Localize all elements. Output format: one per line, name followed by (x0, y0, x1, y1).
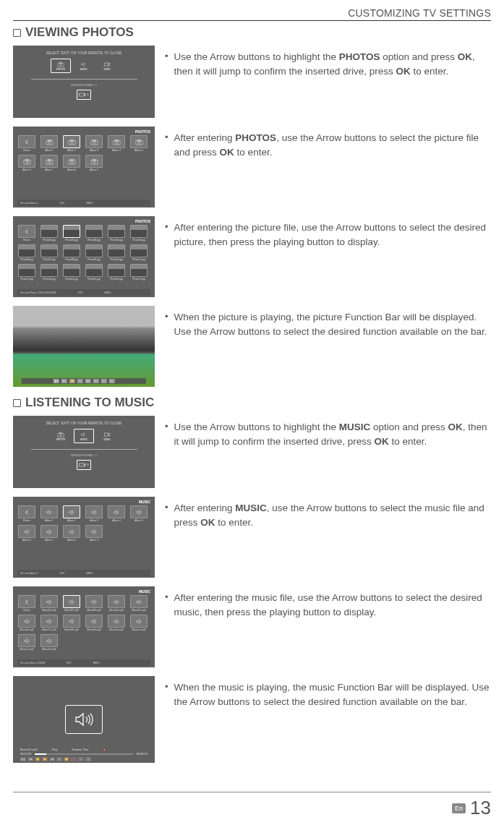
tab-video[interactable]: VIDEO (97, 59, 117, 73)
music-function-bar[interactable]: ❚❚⏮⏪⏩⏭■🔁🔇≡ⓘ (20, 757, 91, 761)
usb-drive-icon[interactable]: 1 (77, 460, 91, 470)
grid-item[interactable]: Photo07.jpg (40, 244, 59, 261)
grid-item[interactable]: Music13.mp3 (40, 634, 59, 651)
func-btn[interactable]: ■ (61, 379, 67, 383)
grid-item-label: Album 8 (67, 539, 76, 542)
grid-item[interactable]: Photo15.jpg (85, 264, 103, 281)
music-row-2: MUSIC ReturnAlbum 1Album 2Album 3Album 4… (13, 497, 491, 578)
func-btn[interactable]: 🔁 (69, 379, 75, 383)
grid-item[interactable]: Album 9 (85, 155, 103, 171)
grid-item-box (85, 595, 103, 608)
grid-item[interactable]: Album 7 (40, 525, 59, 542)
func-btn[interactable]: ⏪ (35, 757, 40, 761)
func-btn[interactable]: ≡ (78, 757, 84, 761)
grid-item[interactable]: Album 2 (62, 505, 81, 522)
func-btn[interactable]: ⏭ (49, 757, 55, 761)
grid-item[interactable]: Album 6 (17, 525, 36, 542)
grid-item[interactable]: Album 5 (129, 505, 148, 522)
grid-item[interactable]: Music10.mp3 (107, 615, 126, 631)
func-btn[interactable]: ⏮ (27, 757, 33, 761)
grid-item[interactable]: Return (17, 225, 36, 241)
grid-item[interactable]: Album 1 (40, 135, 59, 152)
svg-rect-9 (68, 140, 74, 145)
grid-item-label: Album 8 (67, 168, 76, 171)
grid-item[interactable]: Album 8 (62, 525, 81, 542)
tab-video[interactable]: VIDEO (97, 429, 117, 443)
grid-item[interactable]: Photo12.jpg (17, 264, 36, 281)
grid-item[interactable]: Photo03.jpg (85, 225, 103, 241)
grid-item[interactable]: Music09.mp3 (85, 615, 103, 631)
grid-item-box (85, 135, 103, 148)
grid-item[interactable]: Album 6 (17, 155, 36, 171)
grid-item[interactable]: Photo14.jpg (62, 264, 81, 281)
grid-item[interactable]: Photo04.jpg (107, 225, 126, 241)
grid-item-box (85, 525, 103, 538)
grid-item[interactable]: Return (17, 505, 36, 522)
grid-item[interactable]: Album 3 (85, 505, 103, 522)
grid-item-box (63, 135, 80, 148)
func-btn[interactable]: ■ (56, 757, 62, 761)
grid-item[interactable]: Album 1 (40, 505, 59, 522)
grid-item[interactable]: Music03.mp3 (85, 595, 103, 612)
grid-item[interactable]: Album 9 (85, 525, 103, 542)
grid-item[interactable]: Photo13.jpg (40, 264, 59, 281)
grid-item[interactable]: Music06.mp3 (17, 615, 36, 631)
grid-item[interactable]: Album 4 (107, 135, 126, 152)
grid-item[interactable]: Photo02.jpg (62, 225, 81, 241)
grid-item[interactable]: Album 7 (40, 155, 59, 171)
grid-item[interactable]: Photo11.jpg (129, 244, 148, 261)
grid-item[interactable]: Music08.mp3 (62, 615, 81, 631)
grid-item[interactable]: Album 3 (85, 135, 103, 152)
grid-item-label: Music13.mp3 (43, 648, 56, 651)
func-btn[interactable]: 🔁 (64, 757, 69, 761)
music-row-4: Music02.mp3 Play Repeat: One 🔇 00:02:00 … (13, 676, 491, 763)
tab-photos[interactable]: PHOTOS (51, 59, 71, 73)
tab-music[interactable]: MUSIC (74, 429, 94, 443)
photos-row-1: SELECT 'EXIT' ON YOUR REMOTE TO CLOSE PH… (13, 46, 491, 118)
func-btn[interactable]: ⏩ (42, 757, 48, 761)
grid-item[interactable]: Photo01.jpg (40, 225, 59, 241)
grid-item[interactable]: Photo16.jpg (107, 264, 126, 281)
photos-row-2: PHOTOS ReturnAlbum 1Album 2Album 3Album … (13, 127, 491, 208)
footer-file: File name:Photo 2 1234x1234 234KB (20, 291, 56, 294)
grid-item[interactable]: Return (17, 135, 36, 152)
grid-item[interactable]: Music01.mp3 (40, 595, 59, 612)
func-btn[interactable]: ❚❚ (20, 757, 26, 761)
grid-item-label: Music03.mp3 (87, 609, 101, 612)
page-header: CUSTOMIZING TV SETTINGS (13, 7, 491, 21)
grid-item[interactable]: Photo09.jpg (85, 244, 103, 261)
grid-item[interactable]: Music11.mp3 (129, 615, 148, 631)
tab-music[interactable]: MUSIC (74, 59, 94, 73)
grid-item[interactable]: Photo08.jpg (62, 244, 81, 261)
grid-item[interactable]: Music04.mp3 (107, 595, 126, 612)
grid-item[interactable]: Photo05.jpg (129, 225, 148, 241)
usb-drive-icon[interactable]: 1 (77, 90, 91, 100)
func-btn[interactable]: ⓘ (85, 757, 91, 761)
grid-item-box (40, 525, 58, 538)
progress-track[interactable] (35, 753, 134, 755)
grid-item[interactable]: Photo17.jpg (129, 264, 148, 281)
tab-photos[interactable]: PHOTOS (51, 429, 71, 443)
photo-function-bar[interactable]: ❚❚■🔁♪⚙↻⤢ⓘ (22, 378, 146, 384)
grid-item[interactable]: Album 8 (62, 155, 81, 171)
func-btn[interactable]: ⓘ (109, 379, 115, 383)
grid-item[interactable]: Album 2 (62, 135, 81, 152)
func-btn[interactable]: ⚙ (85, 379, 91, 383)
grid-item-label: Photo06.jpg (20, 258, 33, 261)
func-btn[interactable]: ♪ (77, 379, 83, 383)
grid-item[interactable]: Album 5 (129, 135, 148, 152)
func-btn[interactable]: 🔇 (71, 757, 77, 761)
music-row-1: SELECT 'EXIT' ON YOUR REMOTE TO CLOSE PH… (13, 416, 491, 488)
grid-item[interactable]: Album 4 (107, 505, 126, 522)
page-number: 13 (470, 797, 491, 819)
grid-item[interactable]: Music12.mp3 (17, 634, 36, 651)
grid-item[interactable]: Music07.mp3 (40, 615, 59, 631)
func-btn[interactable]: ⤢ (101, 379, 107, 383)
grid-item[interactable]: Photo10.jpg (107, 244, 126, 261)
grid-item[interactable]: Photo06.jpg (17, 244, 36, 261)
grid-item[interactable]: Music02.mp3 (62, 595, 81, 612)
func-btn[interactable]: ❚❚ (54, 379, 59, 383)
grid-item[interactable]: Music05.mp3 (129, 595, 148, 612)
func-btn[interactable]: ↻ (93, 379, 99, 383)
grid-item[interactable]: Return (17, 595, 36, 612)
